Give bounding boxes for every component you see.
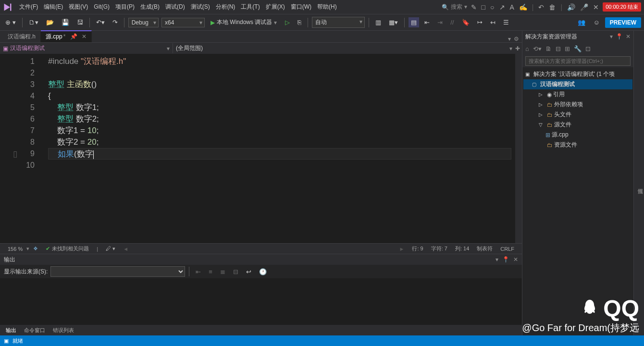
toggle1-icon[interactable]: ▤ [409, 17, 419, 27]
solution-tree[interactable]: ▣解决方案 '汉语编程测试' (1 个项 ▢汉语编程测试 ▷◉引用 ▷🗀外部依赖… [522, 67, 633, 335]
code-editor[interactable]: 12345678910 #include "汉语编程.h"整型 主函数(){ 整… [0, 54, 522, 243]
start-debug-button[interactable]: ▶ 本地 Windows 调试器▾ [208, 17, 280, 28]
tab-source-cpp[interactable]: 源.cpp* 📌 ✕ [41, 30, 92, 42]
tab-settings-icon[interactable]: ⚙ [514, 36, 519, 42]
view-icon[interactable]: ⊡ [584, 45, 592, 52]
undo-icon[interactable]: ↶ [538, 3, 544, 11]
bookmark-icon[interactable]: 🔖 [459, 17, 472, 27]
split-icon[interactable]: ✚ [515, 45, 520, 52]
code-line-9[interactable]: 如果(数字▯ [48, 148, 511, 160]
platform-select[interactable]: x64 [161, 18, 205, 27]
resources-node[interactable]: 🗀资源文件 [523, 140, 632, 150]
save-all-icon[interactable]: 🖫 [74, 17, 86, 27]
home-icon[interactable]: ⌂ [524, 45, 530, 52]
panel-dd-icon[interactable]: ▾ [495, 256, 498, 263]
recording-timer[interactable]: 00:00:20 结束 [603, 2, 641, 12]
menu-调试(D)[interactable]: 调试(D) [162, 1, 188, 12]
menu-窗口(W)[interactable]: 窗口(W) [288, 1, 314, 12]
code-content[interactable]: #include "汉语编程.h"整型 主函数(){ 整型 数字1; 整型 数字… [43, 54, 515, 243]
menu-测试(S)[interactable]: 测试(S) [188, 1, 213, 12]
wrap-icon[interactable]: ↩ [244, 267, 254, 277]
menu-生成(B)[interactable]: 生成(B) [137, 1, 162, 12]
tab-header[interactable]: 汉语编程.h [3, 31, 41, 42]
menu-视图(V)[interactable]: 视图(V) [66, 1, 91, 12]
sources-node[interactable]: ▽🗀源文件 [523, 120, 632, 130]
clock-icon[interactable]: 🕐 [257, 267, 269, 277]
output-body[interactable] [0, 278, 522, 325]
source-cpp-file[interactable]: ⊞源.cpp [523, 130, 632, 140]
redo-icon[interactable]: ↷ [110, 17, 120, 27]
solution-search-input[interactable] [525, 56, 631, 66]
circle-icon[interactable]: ○ [490, 3, 494, 11]
code-line-1[interactable]: #include "汉语编程.h" [48, 56, 515, 67]
config-select[interactable]: Debug [128, 18, 159, 27]
menu-search[interactable]: 🔍 搜索 ▾ [442, 3, 467, 11]
layout1-icon[interactable]: ▥ [373, 17, 384, 27]
arrow-icon[interactable]: ↗ [499, 3, 505, 11]
panel-close-icon[interactable]: ✕ [513, 256, 518, 263]
step-icon[interactable]: ⎘ [295, 17, 304, 27]
code-line-8[interactable]: 数字2 = 20; [48, 136, 515, 148]
panel-pin-icon[interactable]: 📍 [502, 256, 509, 263]
showall-icon[interactable]: ⊞ [564, 45, 571, 52]
collapse-icon[interactable]: ⊟ [555, 45, 562, 52]
highlight-icon[interactable]: ✍ [519, 3, 527, 11]
menu-工具(T)[interactable]: 工具(T) [238, 1, 262, 12]
undo-icon[interactable]: ↶▾ [94, 17, 107, 27]
code-line-10[interactable] [48, 160, 515, 171]
next-bm-icon[interactable]: ↦ [475, 17, 485, 27]
zoom-level[interactable]: 156 % [8, 246, 23, 252]
nav-back-icon[interactable]: ⊕ ▾ [3, 17, 18, 27]
tab-cmd[interactable]: 命令窗口 [20, 326, 49, 335]
code-line-2[interactable] [48, 67, 515, 79]
menu-帮助(H)[interactable]: 帮助(H) [314, 1, 340, 12]
code-line-3[interactable]: 整型 主函数() [48, 79, 515, 90]
menu-文件(F)[interactable]: 文件(F) [16, 1, 41, 12]
solution-root[interactable]: ▣解决方案 '汉语编程测试' (1 个项 [523, 69, 632, 79]
menu-Git(G)[interactable]: Git(G) [91, 1, 112, 12]
close-tab-icon[interactable]: ✕ [82, 33, 87, 40]
prev-bm-icon[interactable]: ↤ [488, 17, 498, 27]
health-icon[interactable]: ❖ [33, 246, 38, 252]
code-line-4[interactable]: { [48, 90, 515, 102]
right-strip[interactable]: 属性 [633, 31, 644, 335]
code-line-7[interactable]: 数字1 = 10; [48, 125, 515, 136]
sync-icon[interactable]: ⟲▾ [532, 45, 543, 52]
code-line-5[interactable]: 整型 数字1; [48, 102, 515, 113]
side-dd-icon[interactable]: ▾ [610, 33, 613, 40]
issues-status[interactable]: 未找到相关问题 [52, 246, 89, 251]
square-icon[interactable]: □ [482, 3, 485, 11]
menu-扩展(X)[interactable]: 扩展(X) [263, 1, 288, 12]
side-close-icon[interactable]: ✕ [626, 33, 631, 40]
open-icon[interactable]: 📂 [44, 17, 56, 27]
menu-编辑(E)[interactable]: 编辑(E) [41, 1, 66, 12]
indent-mode[interactable]: 制表符 [477, 245, 493, 252]
tab-output[interactable]: 输出 [2, 326, 20, 335]
list-icon[interactable]: ☰ [501, 17, 511, 27]
menu-项目(P)[interactable]: 项目(P) [112, 1, 137, 12]
feedback-icon[interactable]: ☺ [591, 17, 602, 27]
close-icon[interactable]: ✕ [593, 3, 599, 11]
member-scope-select[interactable]: (全局范围) [173, 43, 508, 53]
new-item-icon[interactable]: 🗋▾ [26, 17, 41, 27]
code-line-6[interactable]: 整型 数字2; [48, 113, 515, 125]
liveshare-icon[interactable]: 👥 [575, 17, 588, 27]
menu-分析(N)[interactable]: 分析(N) [213, 1, 238, 12]
vertical-scrollbar[interactable] [515, 54, 522, 243]
mic-off-icon[interactable]: 🎤 [580, 3, 588, 11]
pin-icon[interactable]: 📌 [70, 33, 77, 40]
save-icon[interactable]: 💾 [59, 17, 72, 27]
scope-dd-icon[interactable]: ▾ [509, 45, 512, 52]
side-pin-icon[interactable]: 📍 [616, 33, 623, 40]
project-node[interactable]: ▢汉语编程测试 [523, 79, 632, 89]
auto-select[interactable]: 自动 [312, 17, 365, 28]
start-no-debug-icon[interactable]: ▷ [283, 17, 292, 27]
doc-icon[interactable]: 🗎 [545, 45, 553, 52]
brush-icon[interactable]: 🖊 ▾ [106, 246, 115, 252]
headers-node[interactable]: ▷🗀头文件 [523, 110, 632, 120]
eol-mode[interactable]: CRLF [500, 246, 514, 252]
tab-dropdown-icon[interactable]: ▾ [508, 36, 511, 42]
props-icon[interactable]: 🔧 [573, 45, 582, 52]
layout2-icon[interactable]: ▦▾ [386, 17, 400, 27]
refs-node[interactable]: ▷◉引用 [523, 89, 632, 99]
